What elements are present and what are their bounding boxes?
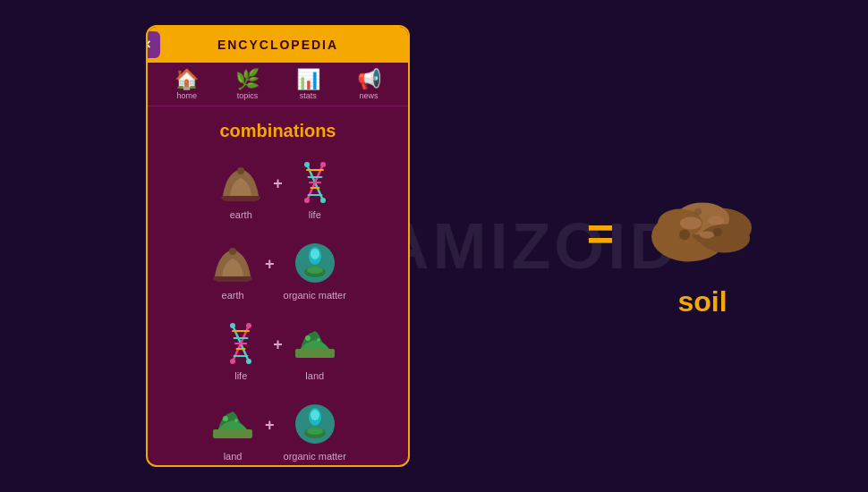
plus-2: + [265,255,275,274]
svg-point-41 [307,428,323,435]
combo-row-3: life + land [166,320,390,381]
svg-point-12 [320,198,326,203]
svg-point-10 [320,162,326,167]
combo-item-organic-2[interactable]: organic matter [284,401,346,462]
encyclopedia-panel: × ENCYCLOPEDIA 🏠 home 🌿 topics 📊 stats 📢… [146,25,410,467]
land-icon-1 [292,320,338,367]
svg-point-32 [305,335,311,341]
svg-point-51 [713,228,722,237]
combo-item-land-1[interactable]: land [292,320,338,381]
nav-item-topics[interactable]: 🌿 topics [235,70,260,100]
combo-item-land-2[interactable]: land [209,401,256,462]
combo-row-4: land + organic matter [166,401,390,462]
svg-point-52 [694,208,702,216]
organic-label-1: organic matter [284,290,346,301]
organic-icon-1 [292,240,338,286]
svg-point-47 [680,217,702,230]
svg-point-35 [223,416,228,421]
panel-header: × ENCYCLOPEDIA [148,27,408,63]
svg-point-27 [230,323,235,328]
home-icon: 🏠 [174,70,199,89]
combo-item-earth-2[interactable]: earth [209,240,256,301]
svg-point-33 [317,338,320,342]
combo-item-organic-1[interactable]: organic matter [284,240,346,301]
combo-item-earth-1[interactable]: earth [217,159,264,220]
result-area: = s [587,174,770,318]
svg-point-19 [307,267,323,274]
svg-point-36 [234,419,238,422]
combo-row-2: earth + organic matter [166,240,390,301]
stats-icon: 📊 [296,70,320,89]
panel-content: combinations earth + [148,106,408,465]
nav-item-home[interactable]: 🏠 home [174,70,199,100]
nav-label-home: home [177,91,198,100]
earth-label-1: earth [230,209,252,220]
earth-icon-1 [217,159,264,206]
organic-icon-2 [292,401,338,447]
svg-rect-34 [213,429,252,438]
panel-title: ENCYCLOPEDIA [217,38,338,52]
svg-point-48 [708,216,724,225]
plus-3: + [273,335,283,354]
svg-rect-31 [295,349,335,358]
land-label-1: land [305,370,324,381]
topics-icon: 🌿 [235,70,260,89]
svg-point-11 [304,198,310,203]
svg-point-17 [311,249,319,259]
combo-row-1: earth + [166,159,390,220]
close-button[interactable]: × [146,30,162,60]
earth-icon-2 [209,240,256,286]
panel-nav: 🏠 home 🌿 topics 📊 stats 📢 news [148,63,408,106]
svg-point-29 [230,359,235,364]
dna-icon-1 [292,159,338,206]
svg-point-14 [229,248,236,255]
nav-label-stats: stats [300,91,317,100]
organic-label-2: organic matter [284,451,346,462]
nav-item-news[interactable]: 📢 news [357,70,381,100]
plus-4: + [265,416,275,435]
equals-sign: = [587,209,614,256]
svg-point-50 [679,230,690,241]
life-label-2: life [234,370,247,381]
dna-icon-2 [217,320,264,367]
combinations-title: combinations [166,121,390,141]
life-label-1: life [309,209,321,220]
svg-point-49 [700,232,714,239]
svg-point-46 [700,225,750,253]
svg-point-30 [246,359,251,364]
land-icon-2 [209,401,256,447]
result-label: soil [677,285,727,318]
news-icon: 📢 [357,70,381,89]
nav-label-topics: topics [237,91,259,100]
svg-point-9 [304,162,310,167]
svg-point-1 [237,167,244,174]
combo-item-life-1[interactable]: life [292,159,338,220]
nav-item-stats[interactable]: 📊 stats [296,70,320,100]
svg-point-39 [311,410,319,420]
land-label-2: land [224,451,243,462]
plus-1: + [273,174,283,193]
close-icon: × [146,37,151,53]
nav-label-news: news [360,91,379,100]
earth-label-2: earth [222,290,244,301]
combo-item-life-2[interactable]: life [217,320,264,381]
svg-point-28 [246,323,251,328]
soil-icon [635,174,770,276]
